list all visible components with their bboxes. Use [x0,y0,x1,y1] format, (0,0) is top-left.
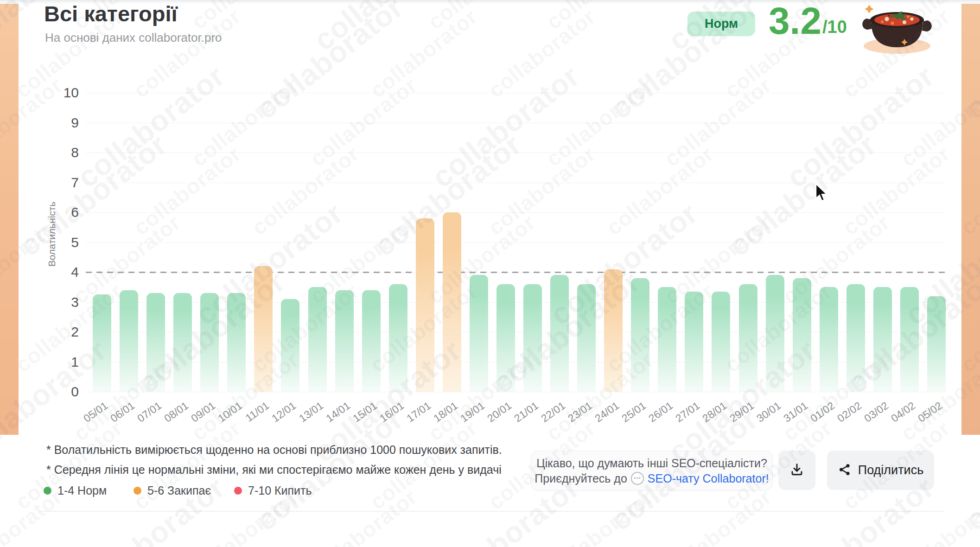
legend-label: 5-6 Закипає [147,484,211,497]
bar-17/01[interactable] [416,218,434,392]
y-tick-1: 1 [44,354,79,370]
bar-12/01[interactable] [281,299,299,392]
share-button[interactable]: Поділитись [827,451,934,490]
bar-19/01[interactable] [470,275,488,392]
bar-11/01[interactable] [254,266,273,392]
y-tick-3: 3 [44,294,79,311]
green-dot-icon [44,487,51,495]
legend-label: 7-10 Кипить [248,484,312,497]
bar-03/02[interactable] [873,287,892,392]
watermark-text: collaborator [71,470,231,547]
y-tick-7: 7 [44,174,79,191]
cta-line1: Цікаво, що думають інші SEO-спеціалісти? [536,457,767,470]
legend-label: 1-4 Норм [57,484,107,497]
bar-07/01[interactable] [146,293,165,392]
note-average-line: * Середня лінія це нормальні зміни, які … [46,463,502,477]
bar-28/01[interactable] [712,292,730,392]
y-tick-5: 5 [44,234,79,251]
y-tick-8: 8 [44,144,79,161]
share-icon [838,463,852,478]
bar-26/01[interactable] [658,287,676,392]
bar-21/01[interactable] [523,284,542,392]
legend-item-boiling: 7-10 Кипить [234,484,312,497]
y-tick-9: 9 [44,114,79,131]
bar-10/01[interactable] [227,293,246,392]
legend-item-boiling-up: 5-6 Закипає [134,484,211,497]
bar-27/01[interactable] [685,292,703,392]
orange-dot-icon [134,487,141,495]
y-tick-10: 10 [44,84,79,101]
y-tick-2: 2 [44,324,79,340]
bar-08/01[interactable] [173,293,192,392]
legend-item-norm: 1-4 Норм [44,484,107,497]
red-dot-icon [234,487,242,495]
bar-04/02[interactable] [900,287,919,392]
bar-06/01[interactable] [120,290,138,392]
bar-01/02[interactable] [820,287,838,392]
bar-05/01[interactable] [93,294,111,392]
volatility-chart: Волатильність 012345678910 05/0106/0107/… [0,0,980,436]
note-measurement: * Волатильність вимірюється щоденно на о… [46,443,502,457]
bar-09/01[interactable] [200,293,219,392]
watermark-text: collaborator [660,484,776,547]
watermark-text: collaborator [541,484,658,547]
x-axis-ticks: 05/0106/0107/0108/0109/0110/0111/0112/01… [93,392,946,433]
bar-18/01[interactable] [443,212,461,392]
seo-chat-cta-box: Цікаво, що думають інші SEO-спеціалісти?… [531,451,773,491]
bar-22/01[interactable] [550,275,569,392]
seo-chat-link[interactable]: SEO-чату Collaborator! [648,472,769,485]
download-button[interactable] [778,451,815,490]
bar-24/01[interactable] [604,269,623,392]
bar-29/01[interactable] [739,284,757,392]
share-button-label: Поділитись [858,463,923,477]
bar-25/01[interactable] [631,278,649,392]
bars-layer [93,93,946,392]
cta-prefix: Приєднуйтесь до [535,472,627,485]
bar-20/01[interactable] [496,284,515,392]
cta-line2: Приєднуйтесь до ••• SEO-чату Collaborato… [535,472,769,485]
bar-23/01[interactable] [577,284,596,392]
bar-13/01[interactable] [308,287,327,392]
bar-16/01[interactable] [389,284,407,392]
bar-05/02[interactable] [927,296,946,392]
y-tick-6: 6 [44,204,79,221]
bar-15/01[interactable] [362,290,381,392]
bar-14/01[interactable] [335,290,354,392]
y-tick-0: 0 [44,383,79,400]
bottom-divider [39,511,943,512]
serp-volatility-page: Всі категорії На основі даних collaborat… [0,0,980,547]
watermark-text: collaborator [896,484,980,547]
watermark-text: collaborator [305,484,422,547]
y-tick-4: 4 [44,264,79,280]
speech-bubble-icon: ••• [631,472,644,485]
download-icon [789,462,804,478]
bar-30/01[interactable] [766,275,784,392]
bar-31/01[interactable] [793,278,811,392]
bar-02/02[interactable] [846,284,865,392]
